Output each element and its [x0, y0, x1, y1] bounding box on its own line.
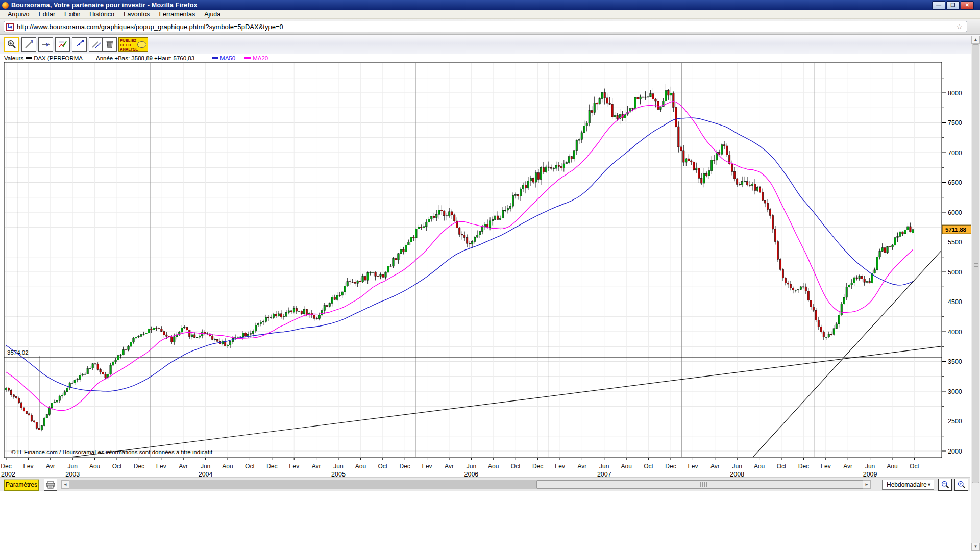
svg-text:3500: 3500: [948, 358, 962, 365]
legend-range-label: Année +Bas: 3588,89 +Haut: 5760,83: [96, 55, 194, 61]
svg-text:2000: 2000: [948, 448, 962, 455]
vertical-scrollbar-thumb[interactable]: [972, 44, 979, 483]
svg-text:Avr: Avr: [445, 463, 454, 470]
menu-exibir[interactable]: Exibir: [60, 11, 85, 18]
svg-text:Jun: Jun: [201, 463, 210, 470]
scrollbar-track[interactable]: [69, 480, 863, 489]
svg-text:Dec: Dec: [798, 463, 809, 470]
svg-text:2002: 2002: [1, 471, 15, 477]
scroll-right-arrow[interactable]: ►: [863, 480, 871, 489]
ma50-swatch: [212, 57, 218, 59]
svg-text:Jun: Jun: [68, 463, 78, 470]
svg-text:2003: 2003: [65, 471, 80, 477]
price-axis: 2000250030003500400045005000550060006500…: [942, 63, 962, 455]
svg-text:Fev: Fev: [289, 463, 299, 470]
delete-tool-button[interactable]: [102, 37, 117, 52]
close-button[interactable]: ✕: [961, 1, 974, 10]
svg-text:6500: 6500: [948, 179, 962, 186]
window-title: Boursorama, Votre partenaire pour invest…: [11, 2, 198, 9]
zoom-in-button[interactable]: [954, 479, 968, 491]
page-vertical-scrollbar[interactable]: ▲ ▼: [971, 36, 980, 551]
svg-text:Fev: Fev: [688, 463, 698, 470]
scroll-up-arrow[interactable]: ▲: [971, 36, 980, 44]
period-select[interactable]: Hebdomadaire ▼: [882, 480, 934, 490]
svg-text:Oct: Oct: [245, 463, 255, 470]
publish-line3: ANALYSE: [120, 47, 146, 52]
svg-text:Avr: Avr: [578, 463, 587, 470]
chart-horizontal-scrollbar[interactable]: ◄ ►: [61, 480, 871, 489]
period-value: Hebdomadaire: [887, 481, 927, 488]
parameters-button[interactable]: Paramètres: [4, 480, 39, 491]
svg-text:Fev: Fev: [555, 463, 565, 470]
bottom-control-bar: Paramètres ◄ ► Hebdomadaire ▼: [0, 477, 970, 491]
svg-text:Dec: Dec: [266, 463, 277, 470]
url-input[interactable]: http://www.boursorama.com/graphiques/pop…: [4, 21, 967, 32]
scroll-down-arrow[interactable]: ▼: [971, 543, 980, 551]
indicator-edit-tool-button[interactable]: [55, 37, 70, 52]
svg-text:Oct: Oct: [112, 463, 122, 470]
publish-analysis-button[interactable]: PUBLIEZ CETTE ANALYSE: [118, 37, 148, 52]
plot-area[interactable]: [4, 62, 942, 458]
svg-text:Oct: Oct: [644, 463, 653, 470]
content-divider: [970, 35, 970, 551]
svg-text:Jun: Jun: [333, 463, 343, 470]
series-swatch: [26, 57, 32, 59]
svg-text:Dec: Dec: [400, 463, 410, 470]
svg-text:Jun: Jun: [732, 463, 742, 470]
scrollbar-thumb[interactable]: [536, 480, 871, 489]
svg-text:6000: 6000: [948, 209, 962, 216]
menu-arquivo[interactable]: Arquivo: [3, 11, 34, 18]
svg-text:3000: 3000: [948, 388, 962, 395]
menu-histrico[interactable]: Histórico: [85, 11, 119, 18]
svg-text:Aou: Aou: [754, 463, 765, 470]
firefox-icon: [2, 2, 9, 9]
horizontal-line-tool-button[interactable]: [38, 37, 53, 52]
svg-text:Dec: Dec: [532, 463, 543, 470]
copyright-text: © IT-Finance.com / BoursoramaLes informa…: [11, 449, 213, 455]
maximize-button[interactable]: ❐: [946, 1, 960, 10]
legend-ma50-label: MA50: [220, 55, 235, 61]
navigation-bar: http://www.boursorama.com/graphiques/pop…: [0, 19, 980, 35]
legend-ma20-label: MA20: [253, 55, 268, 61]
channel-tool-button[interactable]: [89, 37, 104, 52]
time-axis: DecFevAvrJun2003AouOctDecFevAvrJun2004Ao…: [1, 458, 919, 477]
menu-editar[interactable]: Editar: [34, 11, 60, 18]
svg-text:Avr: Avr: [312, 463, 321, 470]
support-line-label: 3574,02: [7, 349, 29, 356]
svg-text:Oct: Oct: [511, 463, 521, 470]
trendline-tool-button[interactable]: [21, 37, 36, 52]
svg-text:2006: 2006: [464, 471, 478, 477]
firefox-window: Boursorama, Votre partenaire pour invest…: [0, 0, 980, 551]
print-button[interactable]: [44, 479, 57, 491]
minimize-button[interactable]: —: [932, 1, 945, 10]
zoom-out-button[interactable]: [938, 479, 952, 491]
menu-favoritos[interactable]: Favoritos: [119, 11, 154, 18]
zoom-tool-button[interactable]: [4, 37, 19, 52]
bookmark-star-icon[interactable]: ☆: [956, 22, 963, 31]
title-bar[interactable]: Boursorama, Votre partenaire pour invest…: [0, 0, 980, 10]
svg-text:5711,88: 5711,88: [945, 227, 967, 233]
svg-text:Fev: Fev: [156, 463, 166, 470]
candlestick-chart[interactable]: 2000250030003500400045005000550060006500…: [0, 62, 980, 477]
svg-text:Oct: Oct: [378, 463, 387, 470]
menu-bar: ArquivoEditarExibirHistóricoFavoritosFer…: [0, 10, 980, 19]
retracement-tool-button[interactable]: [72, 37, 87, 52]
svg-text:Oct: Oct: [777, 463, 787, 470]
menu-ajuda[interactable]: Ajuda: [200, 11, 225, 18]
svg-text:2004: 2004: [199, 471, 213, 477]
svg-text:7000: 7000: [948, 149, 962, 157]
svg-text:Aou: Aou: [89, 463, 100, 470]
svg-text:Aou: Aou: [488, 463, 499, 470]
last-price-tag: 5711,88: [942, 225, 973, 234]
svg-text:Dec: Dec: [665, 463, 676, 470]
menu-ferramentas[interactable]: Ferramentas: [154, 11, 200, 18]
svg-text:Oct: Oct: [910, 463, 919, 470]
svg-text:2005: 2005: [331, 471, 346, 477]
svg-text:Dec: Dec: [1, 463, 11, 470]
svg-text:Fev: Fev: [23, 463, 33, 470]
scroll-left-arrow[interactable]: ◄: [61, 480, 69, 489]
chart-legend: Valeurs DAX (PERFORMA Année +Bas: 3588,8…: [4, 54, 268, 62]
url-text: http://www.boursorama.com/graphiques/pop…: [17, 23, 283, 31]
svg-text:5000: 5000: [948, 269, 962, 276]
chevron-down-icon: ▼: [927, 480, 932, 489]
